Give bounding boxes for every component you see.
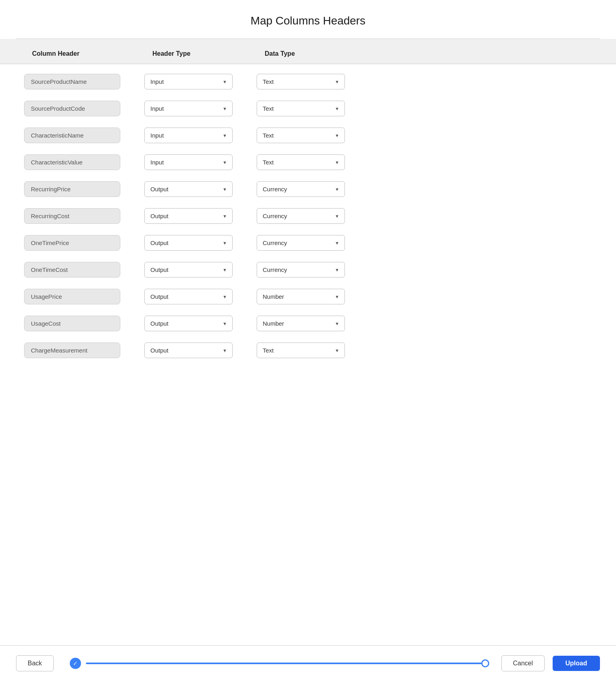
column-name-7: OneTimePrice [24,235,120,251]
data-type-select-10[interactable]: TextCurrencyNumberDateBoolean [257,316,345,331]
table-container: Column Header Header Type Data Type Sour… [0,39,616,645]
table-row: ChargeMeasurementInputOutputTextCurrency… [24,337,592,364]
header-type-select-3[interactable]: InputOutput [144,128,233,143]
header-type-wrapper-3: InputOutput [144,128,233,143]
col-header-type: Header Type [152,50,265,57]
column-name-9: UsagePrice [24,289,120,304]
table-row: OneTimePriceInputOutputTextCurrencyNumbe… [24,229,592,256]
data-type-wrapper-11: TextCurrencyNumberDateBoolean [257,343,345,358]
data-type-select-6[interactable]: TextCurrencyNumberDateBoolean [257,208,345,224]
data-type-wrapper-7: TextCurrencyNumberDateBoolean [257,235,345,251]
upload-button[interactable]: Upload [553,656,600,671]
header-type-wrapper-4: InputOutput [144,154,233,170]
data-type-select-9[interactable]: TextCurrencyNumberDateBoolean [257,289,345,304]
data-type-select-4[interactable]: TextCurrencyNumberDateBoolean [257,154,345,170]
table-row: RecurringPriceInputOutputTextCurrencyNum… [24,176,592,203]
data-type-select-7[interactable]: TextCurrencyNumberDateBoolean [257,235,345,251]
header-type-wrapper-2: InputOutput [144,101,233,116]
data-type-select-5[interactable]: TextCurrencyNumberDateBoolean [257,181,345,197]
column-name-1: SourceProductName [24,74,120,89]
header-type-select-6[interactable]: InputOutput [144,208,233,224]
header-type-wrapper-9: InputOutput [144,289,233,304]
table-row: CharacteristicValueInputOutputTextCurren… [24,149,592,176]
table-body: SourceProductNameInputOutputTextCurrency… [24,64,592,364]
table-row: SourceProductCodeInputOutputTextCurrency… [24,95,592,122]
header-type-select-11[interactable]: InputOutput [144,343,233,358]
column-name-3: CharacteristicName [24,128,120,143]
data-type-wrapper-4: TextCurrencyNumberDateBoolean [257,154,345,170]
header-type-wrapper-5: InputOutput [144,181,233,197]
data-type-select-2[interactable]: TextCurrencyNumberDateBoolean [257,101,345,116]
progress-bar [86,663,485,664]
col-header-column: Column Header [32,50,152,57]
data-type-wrapper-6: TextCurrencyNumberDateBoolean [257,208,345,224]
data-type-select-8[interactable]: TextCurrencyNumberDateBoolean [257,262,345,278]
header-type-select-1[interactable]: InputOutput [144,74,233,89]
col-header-datatype: Data Type [265,50,377,57]
header-type-wrapper-7: InputOutput [144,235,233,251]
data-type-wrapper-9: TextCurrencyNumberDateBoolean [257,289,345,304]
column-name-10: UsageCost [24,316,120,331]
footer: Back ✓ Cancel Upload [0,645,616,681]
table-row: UsagePriceInputOutputTextCurrencyNumberD… [24,283,592,310]
header-type-select-10[interactable]: InputOutput [144,316,233,331]
table-row: SourceProductNameInputOutputTextCurrency… [24,68,592,95]
data-type-wrapper-5: TextCurrencyNumberDateBoolean [257,181,345,197]
data-type-wrapper-8: TextCurrencyNumberDateBoolean [257,262,345,278]
data-type-wrapper-3: TextCurrencyNumberDateBoolean [257,128,345,143]
header-type-select-7[interactable]: InputOutput [144,235,233,251]
header-type-select-2[interactable]: InputOutput [144,101,233,116]
column-name-11: ChargeMeasurement [24,343,120,358]
table-row: RecurringCostInputOutputTextCurrencyNumb… [24,203,592,229]
column-name-6: RecurringCost [24,208,120,224]
data-type-select-3[interactable]: TextCurrencyNumberDateBoolean [257,128,345,143]
header-type-select-4[interactable]: InputOutput [144,154,233,170]
header-type-wrapper-10: InputOutput [144,316,233,331]
progress-bar-end [481,659,489,667]
header-type-wrapper-8: InputOutput [144,262,233,278]
column-name-8: OneTimeCost [24,262,120,278]
page-title: Map Columns Headers [0,0,616,39]
header-type-select-5[interactable]: InputOutput [144,181,233,197]
header-type-wrapper-6: InputOutput [144,208,233,224]
data-type-select-11[interactable]: TextCurrencyNumberDateBoolean [257,343,345,358]
header-type-select-9[interactable]: InputOutput [144,289,233,304]
data-type-select-1[interactable]: TextCurrencyNumberDateBoolean [257,74,345,89]
progress-container: ✓ [62,658,493,669]
data-type-wrapper-1: TextCurrencyNumberDateBoolean [257,74,345,89]
cancel-button[interactable]: Cancel [501,655,545,671]
data-type-wrapper-2: TextCurrencyNumberDateBoolean [257,101,345,116]
column-name-4: CharacteristicValue [24,154,120,170]
column-name-2: SourceProductCode [24,101,120,116]
progress-check-icon: ✓ [70,658,81,669]
table-row: UsageCostInputOutputTextCurrencyNumberDa… [24,310,592,337]
table-row: OneTimeCostInputOutputTextCurrencyNumber… [24,256,592,283]
header-type-select-8[interactable]: InputOutput [144,262,233,278]
table-header: Column Header Header Type Data Type [0,39,616,64]
back-button[interactable]: Back [16,655,54,671]
column-name-5: RecurringPrice [24,181,120,197]
header-type-wrapper-1: InputOutput [144,74,233,89]
table-row: CharacteristicNameInputOutputTextCurrenc… [24,122,592,149]
header-type-wrapper-11: InputOutput [144,343,233,358]
data-type-wrapper-10: TextCurrencyNumberDateBoolean [257,316,345,331]
